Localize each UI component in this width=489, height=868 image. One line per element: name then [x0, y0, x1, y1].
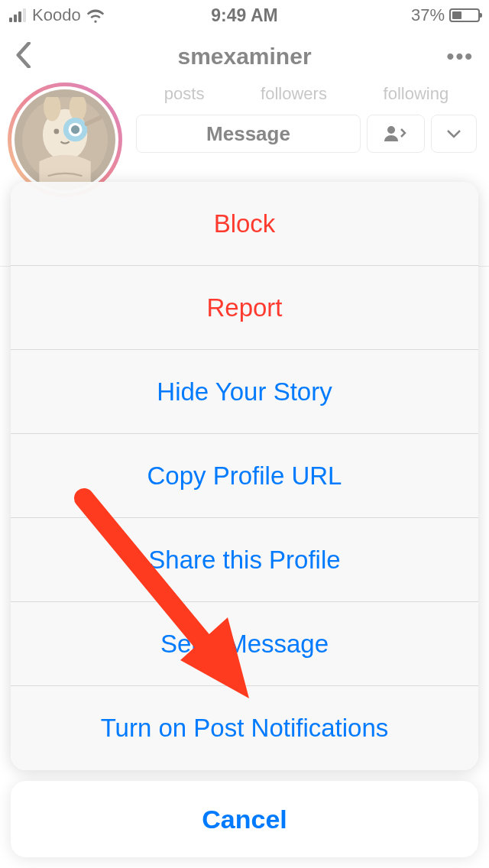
action-share-profile[interactable]: Share this Profile	[11, 518, 478, 602]
action-turn-on-notifications[interactable]: Turn on Post Notifications	[11, 686, 478, 770]
action-sheet-container: Block Report Hide Your Story Copy Profil…	[0, 171, 489, 868]
action-copy-url[interactable]: Copy Profile URL	[11, 434, 478, 518]
cancel-button[interactable]: Cancel	[11, 781, 478, 857]
action-sheet: Block Report Hide Your Story Copy Profil…	[11, 182, 478, 770]
action-report[interactable]: Report	[11, 266, 478, 350]
action-hide-story[interactable]: Hide Your Story	[11, 350, 478, 434]
action-block[interactable]: Block	[11, 182, 478, 266]
action-send-message[interactable]: Send Message	[11, 602, 478, 686]
